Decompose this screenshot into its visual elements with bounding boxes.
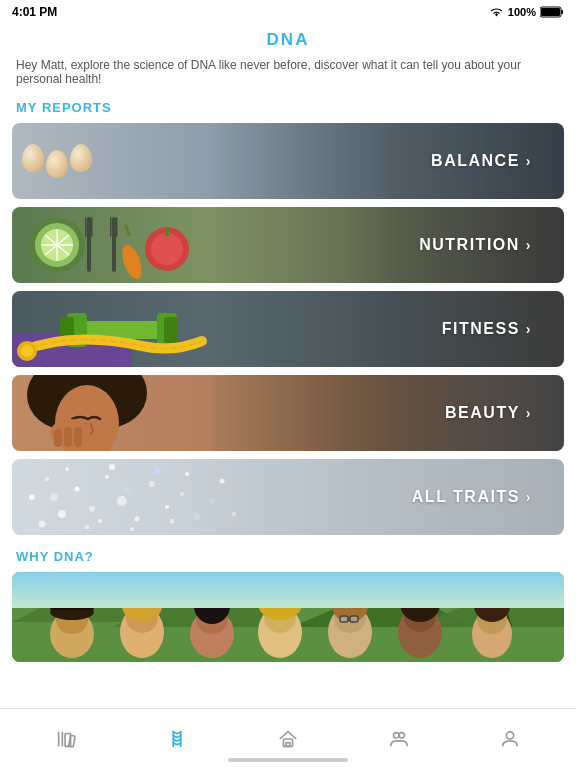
egg-1 [22,144,44,172]
nutrition-label: NUTRITION › [419,236,532,254]
svg-point-44 [105,475,109,479]
nutrition-card[interactable]: NUTRITION › [12,207,564,283]
egg-2 [46,150,68,178]
status-time: 4:01 PM [12,5,57,19]
beauty-card[interactable]: BEAUTY › [12,375,564,451]
svg-point-42 [75,487,80,492]
dna-icon [165,727,189,751]
svg-point-53 [130,527,134,531]
reports-container: BALANCE › [0,123,576,535]
svg-point-57 [50,493,58,501]
nav-dna[interactable] [121,719,232,759]
balance-label: BALANCE › [431,152,532,170]
svg-point-28 [21,345,33,357]
svg-rect-2 [541,8,560,16]
svg-rect-103 [68,735,74,747]
alltraits-card[interactable]: ALL TRAITS › [12,459,564,535]
status-bar: 4:01 PM 100% [0,0,576,24]
svg-point-41 [58,510,66,518]
subtitle-text: Hey Matt, explore the science of DNA lik… [0,58,576,96]
nav-community[interactable] [344,719,455,759]
svg-point-17 [151,233,183,265]
svg-point-61 [185,472,189,476]
balance-eggs [22,144,92,178]
svg-rect-36 [64,427,72,447]
nav-home[interactable] [232,719,343,759]
svg-rect-11 [85,217,87,237]
header: DNA [0,24,576,58]
fitness-card[interactable]: FITNESS › [12,291,564,367]
svg-point-55 [180,492,184,496]
svg-point-47 [149,481,155,487]
svg-rect-37 [74,427,82,447]
balance-chevron: › [526,153,532,169]
svg-rect-18 [165,227,169,237]
svg-point-58 [98,519,102,523]
svg-point-54 [154,468,161,475]
group-photo [12,572,564,662]
svg-point-46 [135,517,140,522]
svg-rect-14 [110,217,112,237]
beauty-label: BEAUTY › [445,404,532,422]
svg-rect-20 [124,224,131,236]
home-indicator [228,758,348,762]
svg-point-63 [220,479,225,484]
svg-rect-107 [286,742,290,746]
balance-card[interactable]: BALANCE › [12,123,564,199]
svg-point-48 [165,505,169,509]
svg-point-40 [45,477,49,481]
svg-point-108 [394,732,400,738]
svg-point-109 [399,732,405,738]
svg-point-64 [232,512,236,516]
svg-point-59 [124,486,130,492]
scroll-content: DNA Hey Matt, explore the science of DNA… [0,24,576,708]
alltraits-visual [12,459,242,535]
svg-rect-26 [164,317,178,343]
nutrition-chevron: › [526,237,532,253]
svg-point-43 [89,506,95,512]
battery-text: 100% [508,6,536,18]
alltraits-chevron: › [526,489,532,505]
photo-sky [12,572,564,608]
library-icon [54,727,78,751]
svg-point-50 [65,467,69,471]
battery-icon [540,6,564,18]
svg-rect-89 [340,616,348,622]
home-icon [276,727,300,751]
svg-rect-15 [116,217,118,237]
profile-icon [498,727,522,751]
svg-point-52 [109,464,115,470]
svg-point-39 [29,494,35,500]
nav-library[interactable] [10,719,121,759]
svg-rect-1 [561,10,563,14]
beauty-chevron: › [526,405,532,421]
fitness-label: FITNESS › [442,320,532,338]
svg-point-56 [194,514,200,520]
fitness-visual [12,291,232,367]
nav-profile[interactable] [455,719,566,759]
egg-3 [70,144,92,172]
svg-point-49 [39,521,46,528]
fitness-chevron: › [526,321,532,337]
svg-rect-13 [112,217,116,272]
beauty-visual [12,375,212,451]
svg-point-60 [170,519,175,524]
svg-rect-35 [54,429,62,447]
svg-point-110 [507,731,514,738]
alltraits-label: ALL TRAITS › [412,488,532,506]
svg-point-62 [209,498,215,504]
svg-rect-10 [87,217,91,272]
svg-rect-38 [12,459,242,535]
svg-point-19 [118,242,145,281]
page-title: DNA [267,30,310,49]
wifi-icon [489,6,504,18]
community-icon [387,727,411,751]
why-dna-label: WHY DNA? [0,535,576,572]
svg-rect-90 [350,616,358,622]
svg-rect-12 [91,217,93,237]
my-reports-label: MY REPORTS [0,96,576,123]
status-icons: 100% [489,6,564,18]
nutrition-visual [12,207,212,283]
svg-point-51 [85,525,90,530]
svg-point-45 [117,496,127,506]
